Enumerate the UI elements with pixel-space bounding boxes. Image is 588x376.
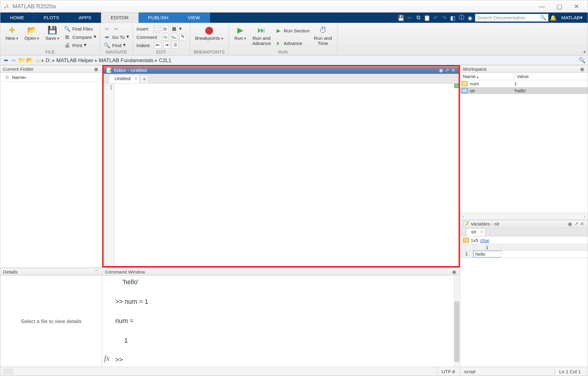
editor-close-icon[interactable]: ✕ xyxy=(450,67,456,73)
workspace-header[interactable]: Workspace◉ xyxy=(460,65,588,73)
details-collapse-icon[interactable]: ˅ xyxy=(93,269,100,275)
details-header[interactable]: Details˅ xyxy=(0,268,102,276)
editor-file-tab[interactable]: Untitled✕ xyxy=(109,75,140,83)
status-filetype: script xyxy=(459,367,554,375)
search-icon: 🔍 xyxy=(540,15,546,20)
var-undock-icon[interactable]: ↗ xyxy=(573,221,579,227)
find-button[interactable]: 🔍Find ▾ xyxy=(104,41,129,49)
back-icon[interactable]: ⬅ xyxy=(2,56,10,64)
print-button[interactable]: 🖨Print ▾ xyxy=(64,41,96,49)
drive-icon: 🖴 xyxy=(36,57,41,63)
tab-apps[interactable]: APPS xyxy=(69,13,101,23)
current-folder-toolbar: ⬅ ➡ 📁 📂 🖴 D: MATLAB Helper MATLAB Fundam… xyxy=(0,56,588,65)
path-search-icon[interactable]: 🔍 xyxy=(578,56,586,64)
comment-row[interactable]: Comment %‰✎ xyxy=(137,33,186,41)
char-icon xyxy=(462,88,468,93)
var-type-link[interactable]: char xyxy=(480,237,489,243)
browse-folder-icon[interactable]: 📂 xyxy=(25,56,33,64)
minimize-button[interactable]: — xyxy=(533,1,550,12)
nav-back-forward[interactable]: ⬅➡ xyxy=(104,25,129,32)
fx-icon[interactable]: fx xyxy=(104,352,110,364)
minimize-ribbon-icon[interactable]: ▴ xyxy=(583,48,586,54)
editor-area[interactable]: 1 xyxy=(104,84,458,266)
advance-button[interactable]: ⏵Advance xyxy=(275,39,310,47)
user-menu[interactable]: MATLAB ▾ xyxy=(558,15,586,20)
insert-row[interactable]: Insert ⬚fx▦ ▾ xyxy=(137,25,186,32)
help-icon[interactable]: ⓘ xyxy=(458,14,465,21)
paste-icon[interactable]: 📋 xyxy=(423,14,431,21)
search-placeholder: Search Documentation xyxy=(477,15,526,20)
run-button[interactable]: ▶Run xyxy=(232,24,248,49)
path-seg-1[interactable]: MATLAB Helper xyxy=(52,57,93,63)
redo-icon[interactable]: ↷ xyxy=(440,14,448,21)
indent-row[interactable]: Indent ⇤⇥≣ xyxy=(137,41,186,49)
tab-editor[interactable]: EDITOR xyxy=(101,13,139,23)
cut-icon[interactable]: ✂ xyxy=(406,14,413,21)
ws-var-str[interactable]: str'hello' xyxy=(460,87,588,94)
save-icon[interactable]: 💾 xyxy=(397,14,405,21)
breakpoints-button[interactable]: ⬤Breakpoints xyxy=(193,24,225,49)
up-folder-icon[interactable]: 📁 xyxy=(18,56,25,64)
path-drive[interactable]: D: xyxy=(42,57,51,63)
tab-home[interactable]: HOME xyxy=(0,13,34,23)
var-menu-icon[interactable]: ◉ xyxy=(567,221,573,227)
open-button[interactable]: 📂Open xyxy=(23,24,41,49)
ws-var-num[interactable]: num1 xyxy=(460,80,588,87)
path-seg-3[interactable]: C2L1 xyxy=(155,57,172,63)
var-tab-close-icon[interactable]: ✕ xyxy=(480,229,483,234)
busy-indicator xyxy=(3,368,13,374)
copy-icon[interactable]: ⧉ xyxy=(414,14,422,21)
resources-icon[interactable]: ◉ xyxy=(466,14,474,21)
forward-icon[interactable]: ➡ xyxy=(10,56,17,64)
tab-publish[interactable]: PUBLISH xyxy=(138,13,178,23)
tab-view[interactable]: VIEW xyxy=(178,13,210,23)
ws-value-header[interactable]: Value xyxy=(514,73,531,80)
find-files-button[interactable]: 🔍Find Files xyxy=(64,25,96,32)
var-type-icon xyxy=(463,237,469,243)
current-folder-header[interactable]: Current Folder◉ xyxy=(0,65,102,73)
editor-header[interactable]: 📝Editor - Untitled ◉ ↗ ✕ xyxy=(104,66,458,74)
status-encoding[interactable]: UTF-8 xyxy=(437,367,459,375)
notifications-icon[interactable]: 🔔 xyxy=(549,14,557,21)
close-button[interactable]: ✕ xyxy=(568,1,585,12)
tab-plots[interactable]: PLOTS xyxy=(34,13,69,23)
navigate-group-label: NAVIGATE xyxy=(104,49,129,54)
new-button[interactable]: ✚New xyxy=(4,24,20,49)
cmd-scrollbar[interactable] xyxy=(454,276,460,367)
goto-button[interactable]: ➡Go To ▾ xyxy=(104,33,129,41)
cmd-menu-icon[interactable]: ◉ xyxy=(451,269,457,275)
editor-undock-icon[interactable]: ↗ xyxy=(444,67,450,73)
compare-button[interactable]: ⧉Compare ▾ xyxy=(64,33,96,41)
panel-menu-icon[interactable]: ◉ xyxy=(93,66,100,72)
breakpoints-group-label: BREAKPOINTS xyxy=(193,49,225,54)
editor-menu-icon[interactable]: ◉ xyxy=(438,67,444,73)
workspace-browser[interactable]: Name ▴Value num1 str'hello' ‹› xyxy=(460,73,588,219)
code-analyzer-indicator[interactable] xyxy=(454,84,458,88)
search-documentation-input[interactable]: Search Documentation 🔍 xyxy=(475,14,548,21)
close-tab-icon[interactable]: ✕ xyxy=(134,76,138,81)
ws-menu-icon[interactable]: ◉ xyxy=(579,66,585,72)
new-tab-button[interactable]: + xyxy=(140,75,149,83)
switch-windows-icon[interactable]: ◧ xyxy=(449,14,457,21)
run-time-button[interactable]: ⏱Run and Time xyxy=(312,24,334,49)
command-window-header[interactable]: Command Window◉ xyxy=(102,268,460,276)
current-folder-list[interactable]: 🗎Name xyxy=(0,73,102,267)
ws-hscroll[interactable]: ‹› xyxy=(460,213,588,220)
undo-icon[interactable]: ↶ xyxy=(432,14,439,21)
save-button[interactable]: 💾Save xyxy=(43,24,61,49)
run-advance-button[interactable]: ⏭Run and Advance xyxy=(251,24,273,49)
run-group-label: RUN xyxy=(232,49,334,54)
variable-tab[interactable]: str✕ xyxy=(466,228,485,236)
variable-table[interactable]: 1 1hello xyxy=(460,244,588,258)
var-close-icon[interactable]: ✕ xyxy=(579,221,585,227)
command-window[interactable]: 'hello' >> num = 1 num = 1 >> fx xyxy=(102,276,460,367)
maximize-button[interactable]: ▢ xyxy=(551,1,568,12)
status-cursor-pos[interactable]: Ln 1 Col 1 xyxy=(554,367,585,375)
variables-header[interactable]: 📝Variables - str◉↗✕ xyxy=(460,220,588,228)
path-seg-2[interactable]: MATLAB Fundamentals xyxy=(95,57,154,63)
run-section-button[interactable]: ▶Run Section xyxy=(275,27,310,35)
ws-name-header[interactable]: Name ▴ xyxy=(460,73,514,80)
name-column-header[interactable]: 🗎Name xyxy=(0,73,102,81)
line-number: 1 xyxy=(104,84,115,266)
toolstrip-tabs: HOME PLOTS APPS EDITOR PUBLISH VIEW 💾 ✂ … xyxy=(0,13,588,23)
